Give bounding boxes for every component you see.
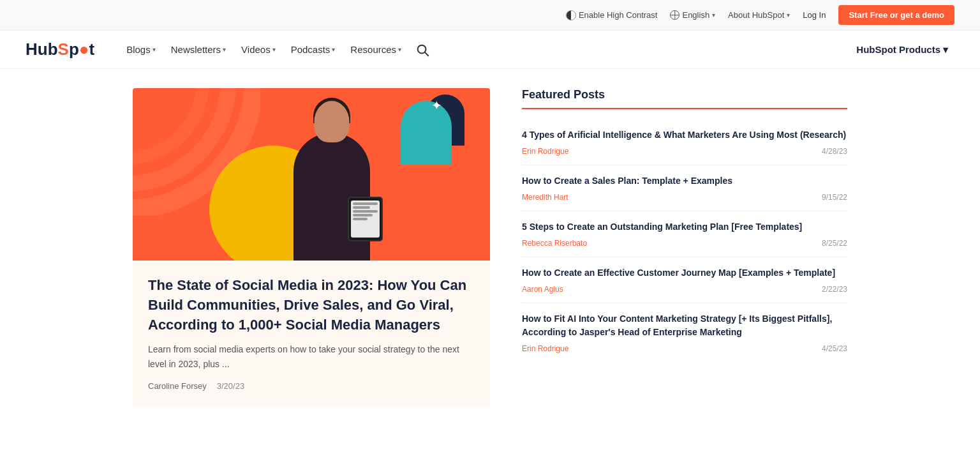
featured-posts-divider xyxy=(522,108,847,109)
nav-podcasts[interactable]: Podcasts ▾ xyxy=(285,40,342,59)
post-author: Aaron Agius xyxy=(522,285,563,294)
post-date: 2/22/23 xyxy=(822,285,847,294)
nav-blogs[interactable]: Blogs ▾ xyxy=(120,40,162,59)
post-meta: Rebecca Riserbato 8/25/22 xyxy=(522,239,847,248)
person-head xyxy=(315,101,350,142)
nav-videos[interactable]: Videos ▾ xyxy=(235,40,282,59)
contrast-icon xyxy=(566,10,576,20)
post-meta: Aaron Agius 2/22/23 xyxy=(522,285,847,294)
login-link[interactable]: Log In xyxy=(803,10,826,20)
post-date: 4/28/23 xyxy=(822,147,847,156)
article-excerpt: Learn from social media experts on how t… xyxy=(148,342,475,371)
post-title[interactable]: 5 Steps to Create an Outstanding Marketi… xyxy=(522,220,847,234)
post-meta: Meredith Hart 9/15/22 xyxy=(522,193,847,202)
post-author: Erin Rodrigue xyxy=(522,147,568,156)
post-date: 4/25/23 xyxy=(822,344,847,353)
person-body xyxy=(293,133,370,261)
article-date: 3/20/23 xyxy=(217,381,244,391)
post-date: 9/15/22 xyxy=(822,193,847,202)
main-nav: HubSp●t Blogs ▾ Newsletters ▾ Videos ▾ P… xyxy=(0,31,980,69)
search-icon[interactable] xyxy=(415,43,429,57)
tablet-prop xyxy=(348,197,383,241)
post-title[interactable]: How to Create a Sales Plan: Template + E… xyxy=(522,174,847,188)
article-title[interactable]: The State of Social Media in 2023: How Y… xyxy=(148,276,475,335)
post-meta: Erin Rodrigue 4/28/23 xyxy=(522,147,847,156)
svg-point-4 xyxy=(133,88,203,158)
nav-newsletters[interactable]: Newsletters ▾ xyxy=(165,40,232,59)
start-free-button[interactable]: Start Free or get a demo xyxy=(838,5,954,25)
high-contrast-toggle[interactable]: Enable High Contrast xyxy=(566,10,658,20)
logo-suffix: p●t xyxy=(69,40,94,59)
about-label: About HubSpot xyxy=(728,10,784,20)
article-meta: Caroline Forsey 3/20/23 xyxy=(148,381,475,391)
globe-icon xyxy=(670,10,679,20)
language-selector[interactable]: English ▾ xyxy=(670,10,715,20)
chevron-down-icon: ▾ xyxy=(712,11,715,19)
decorative-star: ✦ xyxy=(431,98,442,113)
list-item: How to Create an Effective Customer Jour… xyxy=(522,257,847,303)
tablet-line xyxy=(353,214,373,216)
chevron-down-icon: ▾ xyxy=(223,46,226,53)
chevron-down-icon: ▾ xyxy=(398,46,401,53)
hubspot-logo[interactable]: HubSp●t xyxy=(26,40,94,59)
featured-posts-title: Featured Posts xyxy=(522,88,847,102)
article-body: The State of Social Media in 2023: How Y… xyxy=(133,261,490,406)
list-item: 4 Types of Arificial Intelligence & What… xyxy=(522,119,847,165)
post-date: 8/25/22 xyxy=(822,239,847,248)
tablet-line xyxy=(353,210,378,213)
language-label: English xyxy=(682,10,709,20)
post-author: Rebecca Riserbato xyxy=(522,239,587,248)
post-meta: Erin Rodrigue 4/25/23 xyxy=(522,344,847,353)
post-title[interactable]: 4 Types of Arificial Intelligence & What… xyxy=(522,128,847,142)
nav-resources[interactable]: Resources ▾ xyxy=(344,40,408,59)
post-title[interactable]: How to Create an Effective Customer Jour… xyxy=(522,266,847,280)
logo-dot: S xyxy=(58,40,69,59)
chevron-down-icon: ▾ xyxy=(332,46,335,53)
svg-line-1 xyxy=(425,52,428,56)
decorative-shape-teal xyxy=(401,101,452,165)
article-image: ✦ xyxy=(133,88,490,261)
chevron-down-icon: ▾ xyxy=(272,46,276,53)
featured-article: ✦ xyxy=(133,88,490,406)
chevron-down-icon: ▾ xyxy=(943,44,948,56)
post-title[interactable]: How to Fit AI Into Your Content Marketin… xyxy=(522,312,847,339)
about-hubspot-menu[interactable]: About HubSpot ▾ xyxy=(728,10,790,20)
chevron-down-icon: ▾ xyxy=(152,46,156,53)
post-author: Erin Rodrigue xyxy=(522,344,568,353)
list-item: How to Fit AI Into Your Content Marketin… xyxy=(522,303,847,362)
article-author: Caroline Forsey xyxy=(148,381,207,391)
article-person-image xyxy=(281,120,383,261)
featured-posts-sidebar: Featured Posts 4 Types of Arificial Inte… xyxy=(522,88,847,406)
tablet-screen xyxy=(351,201,380,238)
top-bar: Enable High Contrast English ▾ About Hub… xyxy=(0,0,980,31)
content-area: ✦ xyxy=(107,88,873,406)
post-author: Meredith Hart xyxy=(522,193,568,202)
nav-links: Blogs ▾ Newsletters ▾ Videos ▾ Podcasts … xyxy=(120,40,850,59)
tablet-line xyxy=(353,218,368,220)
chevron-down-icon: ▾ xyxy=(787,11,790,19)
tablet-line xyxy=(353,206,370,209)
hubspot-products-menu[interactable]: HubSpot Products ▾ xyxy=(850,40,954,59)
tablet-content xyxy=(351,201,380,223)
list-item: 5 Steps to Create an Outstanding Marketi… xyxy=(522,211,847,257)
contrast-label: Enable High Contrast xyxy=(579,10,658,20)
tablet-line xyxy=(353,202,378,205)
list-item: How to Create a Sales Plan: Template + E… xyxy=(522,165,847,211)
